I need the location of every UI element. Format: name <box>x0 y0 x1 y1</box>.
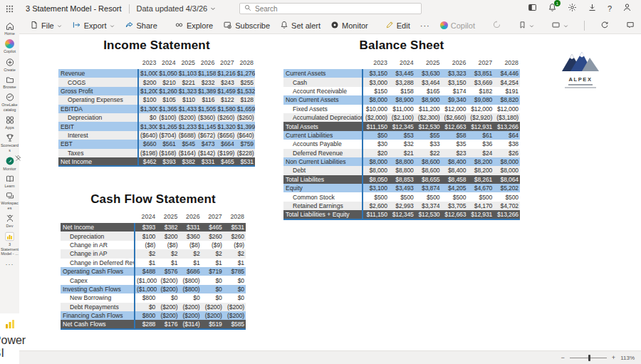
income-statement-table: 202320242025202620272028Revenue$1,000$1,… <box>58 58 255 167</box>
table-cell: $38 <box>494 140 520 148</box>
pencil-icon <box>385 21 394 31</box>
search-input[interactable]: Search <box>239 3 422 14</box>
account-button[interactable] <box>622 3 632 14</box>
table-cell: ($260) <box>236 113 255 122</box>
table-cell: $3,630 <box>415 69 442 78</box>
sidebar-more-button[interactable]: ··· <box>0 259 19 269</box>
notifications-button[interactable]: 1 <box>548 3 557 14</box>
sidebar-item-onelake-catalog[interactable]: OneLake catalog <box>0 92 19 113</box>
data-updated-dropdown[interactable]: Data updated 4/3/26 <box>137 4 217 13</box>
top-bar-actions: 1 ? <box>528 3 641 14</box>
app-launcher-button[interactable] <box>0 0 19 17</box>
year-header: 2024 <box>135 212 157 223</box>
table-cell: $500 <box>467 192 494 201</box>
table-cell: $1,320 <box>216 122 235 130</box>
zoom-in-button[interactable]: + <box>612 355 615 361</box>
balance-sheet-visual[interactable]: Balance Sheet 202320242025202620272028Cu… <box>283 38 520 220</box>
table-cell: $12,663 <box>441 210 467 219</box>
table-cell: $3,150 <box>441 78 467 86</box>
table-cell: ($672) <box>197 131 216 140</box>
subscribe-label: Subscribe <box>235 21 270 30</box>
search-placeholder: Search <box>255 5 278 13</box>
table-cell: $1 <box>135 259 157 267</box>
edit-button[interactable]: Edit <box>380 18 415 33</box>
refresh-icon <box>600 21 609 31</box>
explore-button[interactable]: Explore <box>170 18 218 33</box>
row-label: Capex <box>61 276 135 284</box>
table-cell: $2,993 <box>389 202 415 210</box>
set-alert-button[interactable]: Set alert <box>275 18 325 33</box>
row-label: Total Assets <box>283 122 363 130</box>
table-cell: $0 <box>224 285 246 293</box>
apps-grid-icon <box>5 115 15 125</box>
table-cell: $1,365 <box>157 105 177 113</box>
table-cell: ($200) <box>224 303 246 311</box>
sidebar-item-browse[interactable]: Browse <box>0 75 19 90</box>
sidebar-item-monitor[interactable]: Monitor <box>0 155 19 172</box>
download-button[interactable] <box>588 3 597 14</box>
table-cell: $8,820 <box>494 95 520 104</box>
table-row: Gross Profit$1,200$1,260$1,323$1,389$1,4… <box>58 87 255 95</box>
export-button[interactable]: Export <box>67 18 120 33</box>
sidebar-item-dev[interactable]: Dev <box>0 213 19 229</box>
subscribe-button[interactable]: Subscribe <box>218 18 275 33</box>
income-statement-visual[interactable]: Income Statement 20232024202520262027202… <box>58 38 255 167</box>
zoom-out-button[interactable]: − <box>561 355 565 361</box>
bookmarks-button[interactable] <box>514 18 539 33</box>
table-cell: $12,000 <box>467 105 494 113</box>
sidebar-item-create[interactable]: Create <box>0 57 19 73</box>
cash-flow-visual[interactable]: Cash Flow Statement 20242025202620272028… <box>61 192 246 330</box>
table-row: Debt Repayments$0($200)($200)($200)($200… <box>61 303 246 311</box>
table-cell: $531 <box>236 157 255 166</box>
sidebar-item-apps[interactable]: Apps <box>0 115 19 130</box>
status-bar: − + 113% <box>19 350 641 364</box>
table-cell: ($200) <box>177 113 197 122</box>
zoom-slider-handle[interactable] <box>588 355 590 361</box>
year-header-row: 20242025202620272028 <box>61 212 246 223</box>
top-bar: 3 Statement Model - Resort Data updated … <box>0 0 641 17</box>
year-header: 2023 <box>363 58 389 69</box>
table-cell: $200 <box>138 78 157 86</box>
powerbi-home-tile[interactable]: Power BI <box>0 313 19 364</box>
table-cell: ($9) <box>224 241 246 249</box>
table-row: Operating Expenses$100$105$110$116$122$1… <box>58 95 255 104</box>
year-header: 2023 <box>138 58 157 69</box>
help-button[interactable]: ? <box>608 4 612 13</box>
sidebar-item-copilot[interactable]: Copilot <box>0 38 19 54</box>
table-row: COGS$200$210$221$232$243$255 <box>58 78 255 86</box>
balance-sheet-table: 202320242025202620272028Current Assets$3… <box>283 58 520 220</box>
row-label: Depreciation <box>61 232 135 240</box>
row-label: COGS <box>58 78 138 86</box>
row-label: Retained Earnings <box>283 202 363 210</box>
table-cell: $1,532 <box>236 87 255 95</box>
monitor-button[interactable]: Monitor <box>325 18 373 33</box>
sidebar-item-report[interactable]: 3 Statement Model - ... <box>0 231 19 256</box>
table-cell: $210 <box>157 78 177 86</box>
settings-button[interactable] <box>568 3 577 14</box>
toolbar-right-group: Copilot <box>435 18 641 33</box>
file-button[interactable]: File <box>25 18 67 33</box>
logo-tagline-bar <box>568 84 593 85</box>
table-cell: $11,150 <box>363 122 389 130</box>
table-row: Investing Cash Flows($1,000)($200)($800)… <box>61 285 246 293</box>
table-cell: $8,064 <box>494 175 520 184</box>
year-header: 2026 <box>197 58 216 69</box>
comments-button[interactable] <box>621 18 640 33</box>
sidebar-item-home[interactable]: Home <box>0 21 19 36</box>
history-button[interactable] <box>487 18 506 33</box>
table-cell: ($9) <box>202 241 224 249</box>
sidebar-item-scorecards[interactable]: Scorecards <box>0 132 19 153</box>
sidebar-item-workspaces[interactable]: Workspaces <box>0 191 19 211</box>
view-button[interactable] <box>546 18 573 33</box>
sidebar-item-learn[interactable]: Learn <box>0 174 19 189</box>
table-cell: $500 <box>494 192 520 201</box>
side-pane-toggle-button[interactable] <box>528 3 537 14</box>
share-button[interactable]: Share <box>120 18 162 33</box>
table-cell: $500 <box>363 192 389 201</box>
copilot-button[interactable]: Copilot <box>435 18 480 33</box>
more-options-button[interactable]: ··· <box>415 18 435 33</box>
divider <box>584 21 585 31</box>
refresh-button[interactable] <box>595 18 614 33</box>
table-cell: $8,458 <box>441 175 467 184</box>
zoom-slider[interactable] <box>570 355 607 361</box>
